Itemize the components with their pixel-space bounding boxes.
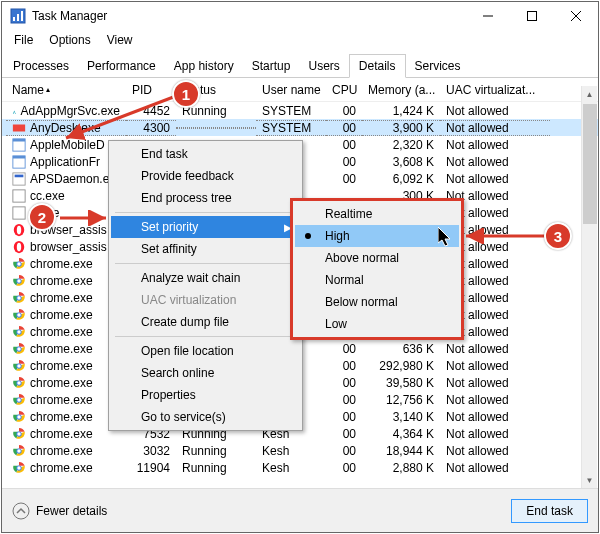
- process-icon: [12, 308, 26, 322]
- annotation-badge-1: 1: [172, 80, 200, 108]
- priority-below-normal[interactable]: Below normal: [295, 291, 459, 313]
- table-row[interactable]: chrome.exe 11904 Running Kesh 00 2,880 K…: [2, 459, 598, 476]
- menu-item-end-process-tree[interactable]: End process tree: [111, 187, 300, 209]
- process-icon: [12, 325, 26, 339]
- svg-point-44: [17, 381, 21, 385]
- priority-submenu: RealtimeHighAbove normalNormalBelow norm…: [290, 198, 464, 340]
- svg-point-38: [17, 347, 21, 351]
- process-icon: [12, 240, 26, 254]
- fewer-details-button[interactable]: Fewer details: [12, 502, 107, 520]
- scroll-up-icon[interactable]: ▲: [582, 86, 597, 102]
- process-icon: [12, 138, 26, 152]
- tab-details[interactable]: Details: [349, 54, 406, 78]
- process-icon: [12, 410, 26, 424]
- svg-rect-16: [13, 206, 25, 218]
- svg-rect-12: [13, 155, 25, 158]
- column-headers: Name▴ PID Status User name CPU Memory (a…: [2, 78, 598, 102]
- annotation-badge-2: 2: [28, 203, 56, 231]
- maximize-button[interactable]: [510, 2, 554, 30]
- priority-above-normal[interactable]: Above normal: [295, 247, 459, 269]
- process-icon: [12, 172, 26, 186]
- menu-item-analyze-wait-chain[interactable]: Analyze wait chain: [111, 267, 300, 289]
- col-user[interactable]: User name: [256, 79, 326, 101]
- scroll-down-icon[interactable]: ▼: [582, 472, 597, 488]
- menu-item-end-task[interactable]: End task: [111, 143, 300, 165]
- menu-options[interactable]: Options: [41, 31, 98, 49]
- svg-rect-14: [15, 174, 24, 177]
- scroll-thumb[interactable]: [583, 104, 597, 224]
- annotation-badge-3: 3: [544, 222, 572, 250]
- tab-services[interactable]: Services: [406, 55, 470, 77]
- bullet-icon: [305, 233, 311, 239]
- context-menu: End taskProvide feedbackEnd process tree…: [108, 140, 303, 431]
- menu-item-search-online[interactable]: Search online: [111, 362, 300, 384]
- tab-users[interactable]: Users: [299, 55, 348, 77]
- menu-view[interactable]: View: [99, 31, 141, 49]
- scrollbar[interactable]: ▲ ▼: [581, 86, 597, 488]
- table-row[interactable]: AdAppMgrSvc.exe 4452 Running SYSTEM 00 1…: [2, 102, 598, 119]
- menu-item-properties[interactable]: Properties: [111, 384, 300, 406]
- end-task-button[interactable]: End task: [511, 499, 588, 523]
- svg-rect-2: [17, 14, 19, 21]
- svg-point-53: [17, 432, 21, 436]
- col-name[interactable]: Name▴: [6, 79, 126, 101]
- minimize-button[interactable]: [466, 2, 510, 30]
- svg-point-59: [17, 466, 21, 470]
- tab-app-history[interactable]: App history: [165, 55, 243, 77]
- tab-performance[interactable]: Performance: [78, 55, 165, 77]
- svg-point-41: [17, 364, 21, 368]
- process-icon: [12, 342, 26, 356]
- menu-separator: [115, 263, 296, 264]
- svg-point-29: [17, 296, 21, 300]
- svg-point-32: [17, 313, 21, 317]
- process-icon: [12, 376, 26, 390]
- svg-rect-5: [528, 12, 537, 21]
- titlebar: Task Manager: [2, 2, 598, 30]
- close-button[interactable]: [554, 2, 598, 30]
- priority-realtime[interactable]: Realtime: [295, 203, 459, 225]
- menubar: File Options View: [2, 30, 598, 50]
- svg-point-26: [17, 279, 21, 283]
- svg-point-56: [17, 449, 21, 453]
- app-icon: [10, 8, 26, 24]
- process-icon: [12, 189, 26, 203]
- menu-separator: [115, 336, 296, 337]
- process-icon: [12, 155, 26, 169]
- priority-low[interactable]: Low: [295, 313, 459, 335]
- menu-item-uac-virtualization: UAC virtualization: [111, 289, 300, 311]
- svg-point-50: [17, 415, 21, 419]
- process-icon: [12, 121, 26, 135]
- tab-processes[interactable]: Processes: [4, 55, 78, 77]
- menu-item-provide-feedback[interactable]: Provide feedback: [111, 165, 300, 187]
- menu-separator: [115, 212, 296, 213]
- col-cpu[interactable]: CPU: [326, 79, 362, 101]
- priority-high[interactable]: High: [295, 225, 459, 247]
- menu-file[interactable]: File: [6, 31, 41, 49]
- menu-item-go-to-service-s-[interactable]: Go to service(s): [111, 406, 300, 428]
- menu-item-create-dump-file[interactable]: Create dump file: [111, 311, 300, 333]
- col-pid[interactable]: PID: [126, 79, 176, 101]
- table-row[interactable]: AnyDesk.exe 4300 SYSTEM 00 3,900 K Not a…: [2, 119, 598, 136]
- col-mem[interactable]: Memory (a...: [362, 79, 440, 101]
- process-icon: [12, 274, 26, 288]
- process-icon: [12, 257, 26, 271]
- process-icon: [12, 104, 17, 118]
- menu-item-open-file-location[interactable]: Open file location: [111, 340, 300, 362]
- process-icon: [12, 461, 26, 475]
- svg-point-35: [17, 330, 21, 334]
- tab-startup[interactable]: Startup: [243, 55, 300, 77]
- svg-point-18: [17, 225, 21, 234]
- menu-item-set-priority[interactable]: Set priority▶: [111, 216, 300, 238]
- menu-item-set-affinity[interactable]: Set affinity: [111, 238, 300, 260]
- process-icon: [12, 291, 26, 305]
- window-title: Task Manager: [32, 9, 107, 23]
- process-icon: [12, 393, 26, 407]
- priority-normal[interactable]: Normal: [295, 269, 459, 291]
- col-uac[interactable]: UAC virtualizat...: [440, 79, 550, 101]
- svg-point-23: [17, 262, 21, 266]
- svg-rect-1: [13, 17, 15, 21]
- table-row[interactable]: chrome.exe 3032 Running Kesh 00 18,944 K…: [2, 442, 598, 459]
- svg-rect-10: [13, 138, 25, 141]
- svg-point-20: [17, 242, 21, 251]
- process-icon: [12, 359, 26, 373]
